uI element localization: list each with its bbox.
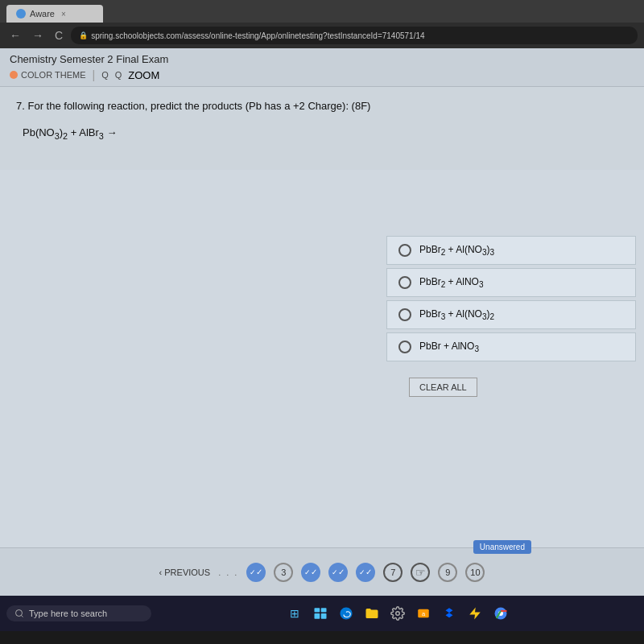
edge-icon[interactable] <box>338 605 354 621</box>
dropbox-icon[interactable] <box>441 605 457 621</box>
radio-b[interactable] <box>398 276 411 289</box>
forward-button[interactable]: → <box>29 27 47 43</box>
radio-a[interactable] <box>398 244 411 257</box>
browser-tab[interactable]: Aware × <box>6 5 103 23</box>
option-b[interactable]: PbBr2 + AlNO3 <box>386 268 636 297</box>
tab-bar: Aware × <box>0 0 644 23</box>
toolbar-divider: | <box>92 68 95 81</box>
zoom-in-button[interactable]: Q <box>115 70 122 80</box>
page-btn-10[interactable]: 10 <box>465 563 485 582</box>
taskbar: Type here to search ⊞ a <box>0 596 644 631</box>
content-wrapper: 7. For the following reaction, predict t… <box>0 87 644 547</box>
file-explorer-icon[interactable] <box>364 605 380 621</box>
taskbar-search-text: Type here to search <box>29 609 107 618</box>
color-dot-icon <box>10 71 18 79</box>
ellipsis: . . . <box>218 568 238 577</box>
page-btn-7[interactable]: 7 <box>383 563 402 582</box>
address-bar[interactable]: 🔒 spring.schoolobjects.com/assess/online… <box>71 27 638 44</box>
page-btn-4[interactable]: ✓ <box>301 563 320 582</box>
page-btn-3[interactable]: 3 <box>274 563 293 582</box>
clear-all-button[interactable]: CLEAR ALL <box>409 378 477 397</box>
page-btn-9[interactable]: 9 <box>438 563 457 582</box>
prev-arrow: ‹ <box>159 568 163 577</box>
option-d-label: PbBr + AlNO3 <box>419 341 479 353</box>
page-btn-6[interactable]: ✓ <box>356 563 375 582</box>
app-title: Chemistry Semester 2 Final Exam <box>10 53 634 65</box>
toolbar: COLOR THEME | Q Q ZOOM <box>10 68 634 81</box>
question-number: 7. <box>16 100 27 112</box>
radio-d[interactable] <box>398 341 411 353</box>
svg-marker-9 <box>469 608 481 620</box>
svg-point-6 <box>396 612 400 616</box>
question-text: 7. For the following reaction, predict t… <box>16 100 628 112</box>
option-a[interactable]: PbBr2 + Al(NO3)3 <box>386 236 636 265</box>
question-equation: Pb(NO3)2 + AlBr3 → <box>23 126 628 141</box>
lock-icon: 🔒 <box>79 31 88 39</box>
back-button[interactable]: ← <box>6 27 24 43</box>
unanswered-badge: Unanswered <box>473 540 531 554</box>
tab-favicon <box>16 9 26 19</box>
radio-c[interactable] <box>398 308 411 321</box>
taskbar-center-icons: ⊞ a <box>287 605 509 621</box>
browser-chrome: Aware × ← → C 🔒 spring.schoolobjects.com… <box>0 0 644 48</box>
app-header: Chemistry Semester 2 Final Exam COLOR TH… <box>0 48 644 87</box>
svg-rect-5 <box>321 613 327 619</box>
previous-button[interactable]: ‹ PREVIOUS <box>159 568 211 577</box>
url-text: spring.schoolobjects.com/assess/online-t… <box>91 31 424 40</box>
page-btn-8[interactable]: ☞ <box>411 563 430 582</box>
settings-icon[interactable] <box>390 605 406 621</box>
svg-point-0 <box>16 610 23 617</box>
windows-icon[interactable]: ⊞ <box>287 605 303 621</box>
tab-close-button[interactable]: × <box>61 10 66 19</box>
options-panel: PbBr2 + Al(NO3)3 PbBr2 + AlNO3 PbBr3 + A… <box>386 236 644 397</box>
prev-label: PREVIOUS <box>164 568 210 577</box>
lightning-icon[interactable] <box>467 605 483 621</box>
bottom-navigation: Unanswered ‹ PREVIOUS . . . ✓ 3 ✓ ✓ ✓ 7 … <box>0 547 644 596</box>
task-view-icon[interactable] <box>312 605 328 621</box>
taskbar-search[interactable]: Type here to search <box>6 605 151 621</box>
color-theme-label: COLOR THEME <box>21 70 85 80</box>
main-content: Chemistry Semester 2 Final Exam COLOR TH… <box>0 48 644 596</box>
taskbar-search-icon <box>14 609 24 618</box>
zoom-in-icon: Q <box>115 70 122 80</box>
zoom-out-button[interactable]: Q <box>101 70 109 80</box>
page-btn-5[interactable]: ✓ <box>328 563 348 582</box>
address-bar-row: ← → C 🔒 spring.schoolobjects.com/assess/… <box>0 23 644 48</box>
option-d[interactable]: PbBr + AlNO3 <box>386 332 636 361</box>
chrome-icon[interactable] <box>493 605 509 621</box>
zoom-out-icon: Q <box>101 70 109 80</box>
svg-rect-3 <box>321 608 327 612</box>
option-b-label: PbBr2 + AlNO3 <box>419 276 484 289</box>
question-area: 7. For the following reaction, predict t… <box>0 87 644 170</box>
svg-line-1 <box>21 615 23 617</box>
svg-rect-4 <box>315 613 320 619</box>
zoom-label: ZOOM <box>128 69 159 81</box>
amazon-icon[interactable]: a <box>415 605 431 621</box>
svg-rect-2 <box>315 608 320 612</box>
question-body: For the following reaction, predict the … <box>27 100 370 112</box>
color-theme-button[interactable]: COLOR THEME <box>10 70 85 80</box>
option-a-label: PbBr2 + Al(NO3)3 <box>419 244 494 257</box>
option-c[interactable]: PbBr3 + Al(NO3)2 <box>386 300 636 329</box>
page-btn-2[interactable]: ✓ <box>246 563 266 582</box>
tab-label: Aware <box>30 9 55 19</box>
pagination: ‹ PREVIOUS . . . ✓ 3 ✓ ✓ ✓ 7 ☞ 9 10 <box>159 563 485 582</box>
refresh-button[interactable]: C <box>52 27 66 43</box>
option-c-label: PbBr3 + Al(NO3)2 <box>419 308 494 321</box>
